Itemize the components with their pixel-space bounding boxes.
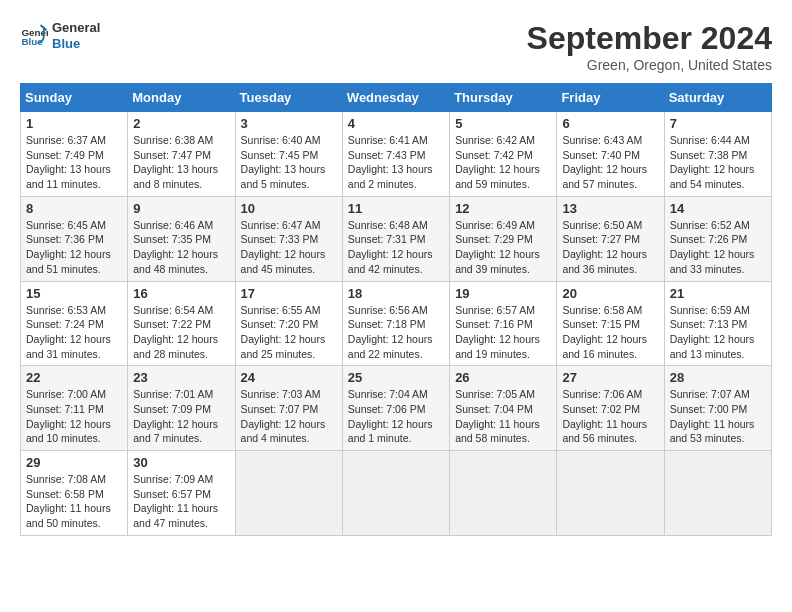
calendar-week-row: 29 Sunrise: 7:08 AM Sunset: 6:58 PM Dayl… (21, 451, 772, 536)
calendar-cell: 19 Sunrise: 6:57 AM Sunset: 7:16 PM Dayl… (450, 281, 557, 366)
calendar-cell: 15 Sunrise: 6:53 AM Sunset: 7:24 PM Dayl… (21, 281, 128, 366)
title-block: September 2024 Green, Oregon, United Sta… (527, 20, 772, 73)
day-number: 5 (455, 116, 551, 131)
day-info: Sunrise: 6:57 AM Sunset: 7:16 PM Dayligh… (455, 303, 551, 362)
day-number: 7 (670, 116, 766, 131)
day-info: Sunrise: 7:04 AM Sunset: 7:06 PM Dayligh… (348, 387, 444, 446)
day-number: 19 (455, 286, 551, 301)
day-number: 6 (562, 116, 658, 131)
month-title: September 2024 (527, 20, 772, 57)
day-number: 28 (670, 370, 766, 385)
day-info: Sunrise: 7:08 AM Sunset: 6:58 PM Dayligh… (26, 472, 122, 531)
day-info: Sunrise: 7:00 AM Sunset: 7:11 PM Dayligh… (26, 387, 122, 446)
calendar-cell: 13 Sunrise: 6:50 AM Sunset: 7:27 PM Dayl… (557, 196, 664, 281)
day-number: 1 (26, 116, 122, 131)
day-number: 3 (241, 116, 337, 131)
day-number: 8 (26, 201, 122, 216)
day-info: Sunrise: 6:46 AM Sunset: 7:35 PM Dayligh… (133, 218, 229, 277)
calendar-cell: 17 Sunrise: 6:55 AM Sunset: 7:20 PM Dayl… (235, 281, 342, 366)
day-info: Sunrise: 6:40 AM Sunset: 7:45 PM Dayligh… (241, 133, 337, 192)
weekday-header-saturday: Saturday (664, 84, 771, 112)
calendar-cell: 25 Sunrise: 7:04 AM Sunset: 7:06 PM Dayl… (342, 366, 449, 451)
day-info: Sunrise: 7:05 AM Sunset: 7:04 PM Dayligh… (455, 387, 551, 446)
day-number: 4 (348, 116, 444, 131)
day-number: 25 (348, 370, 444, 385)
calendar-cell (342, 451, 449, 536)
day-info: Sunrise: 6:52 AM Sunset: 7:26 PM Dayligh… (670, 218, 766, 277)
day-info: Sunrise: 7:07 AM Sunset: 7:00 PM Dayligh… (670, 387, 766, 446)
weekday-header-row: SundayMondayTuesdayWednesdayThursdayFrid… (21, 84, 772, 112)
calendar-cell: 2 Sunrise: 6:38 AM Sunset: 7:47 PM Dayli… (128, 112, 235, 197)
day-info: Sunrise: 6:45 AM Sunset: 7:36 PM Dayligh… (26, 218, 122, 277)
day-info: Sunrise: 6:43 AM Sunset: 7:40 PM Dayligh… (562, 133, 658, 192)
calendar-cell: 12 Sunrise: 6:49 AM Sunset: 7:29 PM Dayl… (450, 196, 557, 281)
day-info: Sunrise: 6:38 AM Sunset: 7:47 PM Dayligh… (133, 133, 229, 192)
calendar-cell: 20 Sunrise: 6:58 AM Sunset: 7:15 PM Dayl… (557, 281, 664, 366)
day-info: Sunrise: 6:56 AM Sunset: 7:18 PM Dayligh… (348, 303, 444, 362)
day-number: 9 (133, 201, 229, 216)
calendar-cell: 14 Sunrise: 6:52 AM Sunset: 7:26 PM Dayl… (664, 196, 771, 281)
day-info: Sunrise: 6:54 AM Sunset: 7:22 PM Dayligh… (133, 303, 229, 362)
day-number: 10 (241, 201, 337, 216)
calendar-cell: 10 Sunrise: 6:47 AM Sunset: 7:33 PM Dayl… (235, 196, 342, 281)
calendar-cell: 18 Sunrise: 6:56 AM Sunset: 7:18 PM Dayl… (342, 281, 449, 366)
day-info: Sunrise: 6:37 AM Sunset: 7:49 PM Dayligh… (26, 133, 122, 192)
day-number: 2 (133, 116, 229, 131)
day-info: Sunrise: 7:01 AM Sunset: 7:09 PM Dayligh… (133, 387, 229, 446)
day-info: Sunrise: 6:50 AM Sunset: 7:27 PM Dayligh… (562, 218, 658, 277)
weekday-header-friday: Friday (557, 84, 664, 112)
calendar-cell: 9 Sunrise: 6:46 AM Sunset: 7:35 PM Dayli… (128, 196, 235, 281)
calendar-cell: 28 Sunrise: 7:07 AM Sunset: 7:00 PM Dayl… (664, 366, 771, 451)
day-info: Sunrise: 7:03 AM Sunset: 7:07 PM Dayligh… (241, 387, 337, 446)
day-number: 29 (26, 455, 122, 470)
day-number: 11 (348, 201, 444, 216)
calendar-cell: 27 Sunrise: 7:06 AM Sunset: 7:02 PM Dayl… (557, 366, 664, 451)
day-number: 16 (133, 286, 229, 301)
calendar-cell: 24 Sunrise: 7:03 AM Sunset: 7:07 PM Dayl… (235, 366, 342, 451)
page-header: General Blue General Blue September 2024… (20, 20, 772, 73)
day-number: 17 (241, 286, 337, 301)
day-info: Sunrise: 6:41 AM Sunset: 7:43 PM Dayligh… (348, 133, 444, 192)
calendar-cell: 3 Sunrise: 6:40 AM Sunset: 7:45 PM Dayli… (235, 112, 342, 197)
day-number: 26 (455, 370, 551, 385)
calendar-table: SundayMondayTuesdayWednesdayThursdayFrid… (20, 83, 772, 536)
calendar-cell: 30 Sunrise: 7:09 AM Sunset: 6:57 PM Dayl… (128, 451, 235, 536)
logo-icon: General Blue (20, 22, 48, 50)
day-number: 12 (455, 201, 551, 216)
logo: General Blue General Blue (20, 20, 100, 51)
day-number: 30 (133, 455, 229, 470)
day-number: 13 (562, 201, 658, 216)
calendar-week-row: 22 Sunrise: 7:00 AM Sunset: 7:11 PM Dayl… (21, 366, 772, 451)
day-info: Sunrise: 6:58 AM Sunset: 7:15 PM Dayligh… (562, 303, 658, 362)
day-info: Sunrise: 6:49 AM Sunset: 7:29 PM Dayligh… (455, 218, 551, 277)
calendar-cell: 29 Sunrise: 7:08 AM Sunset: 6:58 PM Dayl… (21, 451, 128, 536)
calendar-cell: 7 Sunrise: 6:44 AM Sunset: 7:38 PM Dayli… (664, 112, 771, 197)
day-info: Sunrise: 7:09 AM Sunset: 6:57 PM Dayligh… (133, 472, 229, 531)
day-number: 23 (133, 370, 229, 385)
calendar-week-row: 8 Sunrise: 6:45 AM Sunset: 7:36 PM Dayli… (21, 196, 772, 281)
calendar-cell: 1 Sunrise: 6:37 AM Sunset: 7:49 PM Dayli… (21, 112, 128, 197)
day-info: Sunrise: 6:48 AM Sunset: 7:31 PM Dayligh… (348, 218, 444, 277)
day-number: 22 (26, 370, 122, 385)
calendar-cell: 5 Sunrise: 6:42 AM Sunset: 7:42 PM Dayli… (450, 112, 557, 197)
calendar-cell: 26 Sunrise: 7:05 AM Sunset: 7:04 PM Dayl… (450, 366, 557, 451)
location-subtitle: Green, Oregon, United States (527, 57, 772, 73)
weekday-header-thursday: Thursday (450, 84, 557, 112)
calendar-cell (450, 451, 557, 536)
day-number: 24 (241, 370, 337, 385)
day-number: 15 (26, 286, 122, 301)
calendar-cell: 4 Sunrise: 6:41 AM Sunset: 7:43 PM Dayli… (342, 112, 449, 197)
calendar-week-row: 1 Sunrise: 6:37 AM Sunset: 7:49 PM Dayli… (21, 112, 772, 197)
day-info: Sunrise: 6:59 AM Sunset: 7:13 PM Dayligh… (670, 303, 766, 362)
day-info: Sunrise: 6:42 AM Sunset: 7:42 PM Dayligh… (455, 133, 551, 192)
calendar-cell: 6 Sunrise: 6:43 AM Sunset: 7:40 PM Dayli… (557, 112, 664, 197)
calendar-cell: 16 Sunrise: 6:54 AM Sunset: 7:22 PM Dayl… (128, 281, 235, 366)
calendar-week-row: 15 Sunrise: 6:53 AM Sunset: 7:24 PM Dayl… (21, 281, 772, 366)
calendar-cell: 11 Sunrise: 6:48 AM Sunset: 7:31 PM Dayl… (342, 196, 449, 281)
day-number: 14 (670, 201, 766, 216)
calendar-cell: 22 Sunrise: 7:00 AM Sunset: 7:11 PM Dayl… (21, 366, 128, 451)
calendar-cell (235, 451, 342, 536)
day-info: Sunrise: 6:55 AM Sunset: 7:20 PM Dayligh… (241, 303, 337, 362)
logo-text: General Blue (52, 20, 100, 51)
day-number: 20 (562, 286, 658, 301)
